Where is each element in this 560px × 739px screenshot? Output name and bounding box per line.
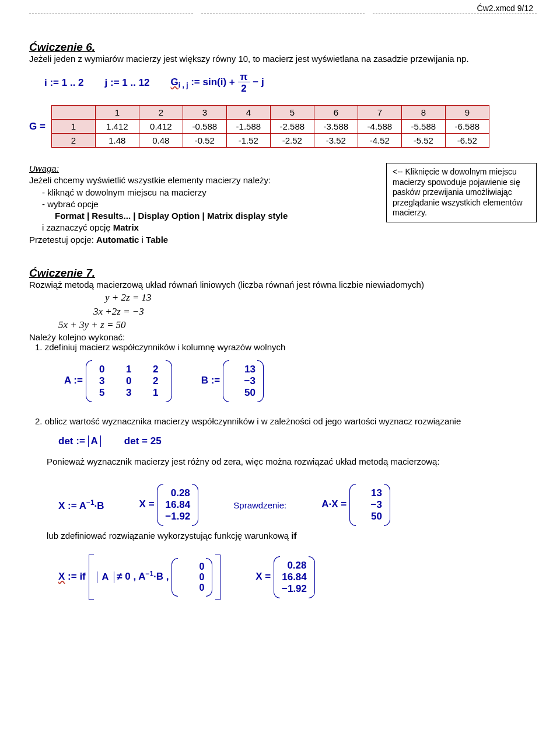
ex7-or: lub zdefiniować rozwiązanie wykorzystują… (29, 531, 537, 541)
ex7-steps-intro: Należy kolejno wykonać: (29, 332, 537, 342)
table-row: 2 1.480.48-0.52 -1.52-2.52-3.52 -4.52-5.… (51, 134, 489, 148)
x-if-result: X = 0.28 16.84 −1.92 (256, 556, 315, 598)
header-rule (29, 13, 537, 14)
g-matrix-table[interactable]: 123 456 789 1 1.4120.412-0.588 -1.588-2.… (51, 105, 489, 148)
ex7-desc: Rozwiąż metodą macierzową układ równań l… (29, 280, 537, 290)
i-def: i := 1 .. 2 (44, 77, 84, 89)
ex6-title: Ćwiczenie 6. (29, 41, 537, 54)
ex7-step2: 2. oblicz wartość wyznacznika macierzy w… (29, 416, 537, 426)
matrix-b-def: B := 13 −3 50 (201, 360, 264, 402)
uwaga-block: Uwaga: Jeżeli chcemy wyświetlić wszystki… (29, 163, 369, 246)
ex7-title: Ćwiczenie 7. (29, 267, 537, 280)
table-row: 1 1.4120.412-0.588 -1.588-2.588-3.588 -4… (51, 120, 489, 134)
ex6-desc: Jeżeli jeden z wymiarów macierzy jest wi… (29, 54, 537, 64)
x-def: X := A−1·B (58, 499, 104, 512)
note-box: <-- Kliknięcie w dowolnym miejscu macier… (386, 163, 537, 222)
g-def: Gi , j := sin(i) + π2 − j (171, 72, 264, 93)
ex6-definitions: i := 1 .. 2 j := 1 .. 12 Gi , j := sin(i… (29, 72, 537, 93)
ex7-step1: 1. zdefiniuj macierz współczynników i ko… (29, 342, 537, 352)
page-header: Ćw2.xmcd 9/12 (29, 4, 537, 13)
j-def: j := 1 .. 12 (105, 77, 150, 89)
ax-result: A·X = 13 −3 50 (321, 484, 390, 526)
x-if-def: X := if A ≠ 0 , A−1·B , 0 0 0 (58, 555, 220, 600)
matrix-a-def: A := 012 302 531 (64, 360, 172, 402)
x-result: X = 0.28 16.84 −1.92 (139, 484, 199, 526)
sprawdzenie-label: Sprawdzenie: (233, 500, 286, 510)
det-result: det = 25 (124, 435, 162, 447)
ex7-since: Ponieważ wyznacznik macierzy jest różny … (29, 456, 537, 466)
g-equals: G = (29, 121, 46, 133)
ex7-equations: y + 2z = 13 3x +2z = −3 5x + 3y + z = 50 (29, 291, 537, 332)
det-def: det := A (58, 435, 101, 447)
